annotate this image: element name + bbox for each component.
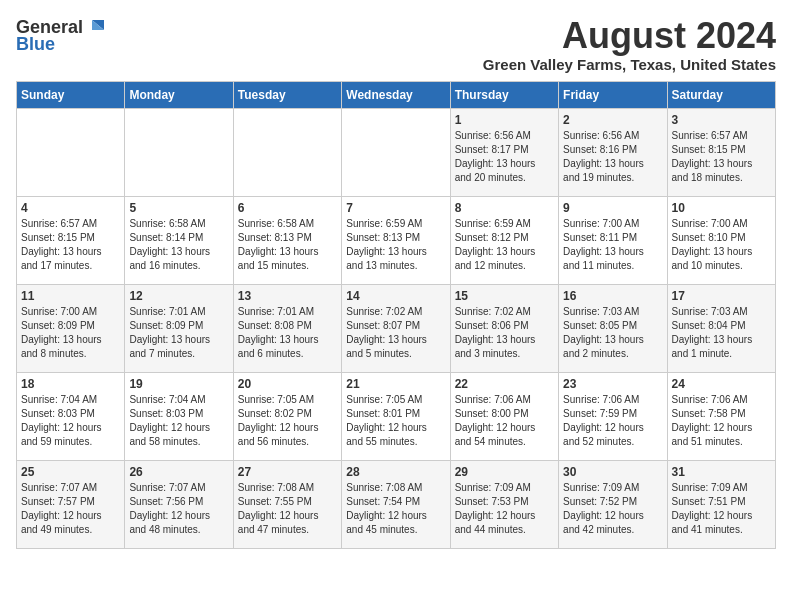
header-day: Saturday	[667, 81, 775, 108]
calendar-cell: 27Sunrise: 7:08 AM Sunset: 7:55 PM Dayli…	[233, 460, 341, 548]
calendar-cell: 28Sunrise: 7:08 AM Sunset: 7:54 PM Dayli…	[342, 460, 450, 548]
day-number: 5	[129, 201, 228, 215]
day-info: Sunrise: 7:05 AM Sunset: 8:02 PM Dayligh…	[238, 393, 337, 449]
calendar-table: SundayMondayTuesdayWednesdayThursdayFrid…	[16, 81, 776, 549]
calendar-body: 1Sunrise: 6:56 AM Sunset: 8:17 PM Daylig…	[17, 108, 776, 548]
calendar-cell: 11Sunrise: 7:00 AM Sunset: 8:09 PM Dayli…	[17, 284, 125, 372]
day-info: Sunrise: 7:05 AM Sunset: 8:01 PM Dayligh…	[346, 393, 445, 449]
day-info: Sunrise: 7:02 AM Sunset: 8:07 PM Dayligh…	[346, 305, 445, 361]
header-day: Sunday	[17, 81, 125, 108]
day-info: Sunrise: 7:08 AM Sunset: 7:55 PM Dayligh…	[238, 481, 337, 537]
calendar-cell: 8Sunrise: 6:59 AM Sunset: 8:12 PM Daylig…	[450, 196, 558, 284]
day-info: Sunrise: 6:58 AM Sunset: 8:14 PM Dayligh…	[129, 217, 228, 273]
header-row: SundayMondayTuesdayWednesdayThursdayFrid…	[17, 81, 776, 108]
calendar-cell: 9Sunrise: 7:00 AM Sunset: 8:11 PM Daylig…	[559, 196, 667, 284]
day-info: Sunrise: 7:01 AM Sunset: 8:08 PM Dayligh…	[238, 305, 337, 361]
day-number: 20	[238, 377, 337, 391]
day-number: 12	[129, 289, 228, 303]
calendar-cell: 6Sunrise: 6:58 AM Sunset: 8:13 PM Daylig…	[233, 196, 341, 284]
day-number: 16	[563, 289, 662, 303]
calendar-cell: 26Sunrise: 7:07 AM Sunset: 7:56 PM Dayli…	[125, 460, 233, 548]
day-number: 8	[455, 201, 554, 215]
calendar-cell: 5Sunrise: 6:58 AM Sunset: 8:14 PM Daylig…	[125, 196, 233, 284]
day-number: 24	[672, 377, 771, 391]
calendar-cell: 3Sunrise: 6:57 AM Sunset: 8:15 PM Daylig…	[667, 108, 775, 196]
calendar-cell: 20Sunrise: 7:05 AM Sunset: 8:02 PM Dayli…	[233, 372, 341, 460]
day-number: 17	[672, 289, 771, 303]
day-number: 3	[672, 113, 771, 127]
calendar-cell: 18Sunrise: 7:04 AM Sunset: 8:03 PM Dayli…	[17, 372, 125, 460]
header-day: Friday	[559, 81, 667, 108]
day-number: 1	[455, 113, 554, 127]
day-number: 4	[21, 201, 120, 215]
logo-icon	[84, 16, 106, 38]
day-number: 18	[21, 377, 120, 391]
calendar-cell: 10Sunrise: 7:00 AM Sunset: 8:10 PM Dayli…	[667, 196, 775, 284]
month-title: August 2024	[483, 16, 776, 56]
logo: General Blue	[16, 16, 107, 55]
day-number: 25	[21, 465, 120, 479]
day-info: Sunrise: 7:00 AM Sunset: 8:11 PM Dayligh…	[563, 217, 662, 273]
day-info: Sunrise: 7:00 AM Sunset: 8:09 PM Dayligh…	[21, 305, 120, 361]
day-info: Sunrise: 7:09 AM Sunset: 7:51 PM Dayligh…	[672, 481, 771, 537]
calendar-week: 25Sunrise: 7:07 AM Sunset: 7:57 PM Dayli…	[17, 460, 776, 548]
day-info: Sunrise: 6:57 AM Sunset: 8:15 PM Dayligh…	[672, 129, 771, 185]
day-number: 7	[346, 201, 445, 215]
calendar-cell: 14Sunrise: 7:02 AM Sunset: 8:07 PM Dayli…	[342, 284, 450, 372]
day-number: 6	[238, 201, 337, 215]
calendar-cell: 29Sunrise: 7:09 AM Sunset: 7:53 PM Dayli…	[450, 460, 558, 548]
day-number: 10	[672, 201, 771, 215]
title-area: August 2024 Green Valley Farms, Texas, U…	[483, 16, 776, 73]
day-info: Sunrise: 7:07 AM Sunset: 7:57 PM Dayligh…	[21, 481, 120, 537]
calendar-week: 4Sunrise: 6:57 AM Sunset: 8:15 PM Daylig…	[17, 196, 776, 284]
day-number: 13	[238, 289, 337, 303]
page-header: General Blue August 2024 Green Valley Fa…	[16, 16, 776, 73]
day-info: Sunrise: 7:09 AM Sunset: 7:53 PM Dayligh…	[455, 481, 554, 537]
day-number: 21	[346, 377, 445, 391]
header-day: Wednesday	[342, 81, 450, 108]
day-number: 9	[563, 201, 662, 215]
header-day: Thursday	[450, 81, 558, 108]
day-info: Sunrise: 7:04 AM Sunset: 8:03 PM Dayligh…	[129, 393, 228, 449]
day-number: 2	[563, 113, 662, 127]
day-number: 29	[455, 465, 554, 479]
calendar-cell: 30Sunrise: 7:09 AM Sunset: 7:52 PM Dayli…	[559, 460, 667, 548]
day-info: Sunrise: 7:07 AM Sunset: 7:56 PM Dayligh…	[129, 481, 228, 537]
calendar-cell	[125, 108, 233, 196]
day-number: 28	[346, 465, 445, 479]
calendar-cell: 21Sunrise: 7:05 AM Sunset: 8:01 PM Dayli…	[342, 372, 450, 460]
day-number: 15	[455, 289, 554, 303]
calendar-cell: 17Sunrise: 7:03 AM Sunset: 8:04 PM Dayli…	[667, 284, 775, 372]
calendar-week: 11Sunrise: 7:00 AM Sunset: 8:09 PM Dayli…	[17, 284, 776, 372]
day-info: Sunrise: 6:59 AM Sunset: 8:12 PM Dayligh…	[455, 217, 554, 273]
day-number: 26	[129, 465, 228, 479]
day-info: Sunrise: 7:00 AM Sunset: 8:10 PM Dayligh…	[672, 217, 771, 273]
calendar-cell: 2Sunrise: 6:56 AM Sunset: 8:16 PM Daylig…	[559, 108, 667, 196]
calendar-cell: 19Sunrise: 7:04 AM Sunset: 8:03 PM Dayli…	[125, 372, 233, 460]
calendar-cell	[17, 108, 125, 196]
day-info: Sunrise: 7:06 AM Sunset: 7:59 PM Dayligh…	[563, 393, 662, 449]
calendar-cell	[233, 108, 341, 196]
calendar-cell: 12Sunrise: 7:01 AM Sunset: 8:09 PM Dayli…	[125, 284, 233, 372]
calendar-week: 1Sunrise: 6:56 AM Sunset: 8:17 PM Daylig…	[17, 108, 776, 196]
day-number: 31	[672, 465, 771, 479]
calendar-cell: 25Sunrise: 7:07 AM Sunset: 7:57 PM Dayli…	[17, 460, 125, 548]
calendar-week: 18Sunrise: 7:04 AM Sunset: 8:03 PM Dayli…	[17, 372, 776, 460]
header-day: Monday	[125, 81, 233, 108]
calendar-cell: 24Sunrise: 7:06 AM Sunset: 7:58 PM Dayli…	[667, 372, 775, 460]
day-info: Sunrise: 7:06 AM Sunset: 7:58 PM Dayligh…	[672, 393, 771, 449]
day-info: Sunrise: 7:01 AM Sunset: 8:09 PM Dayligh…	[129, 305, 228, 361]
location-title: Green Valley Farms, Texas, United States	[483, 56, 776, 73]
day-info: Sunrise: 6:58 AM Sunset: 8:13 PM Dayligh…	[238, 217, 337, 273]
day-info: Sunrise: 7:03 AM Sunset: 8:05 PM Dayligh…	[563, 305, 662, 361]
calendar-header: SundayMondayTuesdayWednesdayThursdayFrid…	[17, 81, 776, 108]
calendar-cell: 16Sunrise: 7:03 AM Sunset: 8:05 PM Dayli…	[559, 284, 667, 372]
day-info: Sunrise: 7:06 AM Sunset: 8:00 PM Dayligh…	[455, 393, 554, 449]
day-info: Sunrise: 7:08 AM Sunset: 7:54 PM Dayligh…	[346, 481, 445, 537]
day-info: Sunrise: 6:57 AM Sunset: 8:15 PM Dayligh…	[21, 217, 120, 273]
day-info: Sunrise: 7:02 AM Sunset: 8:06 PM Dayligh…	[455, 305, 554, 361]
day-info: Sunrise: 6:56 AM Sunset: 8:16 PM Dayligh…	[563, 129, 662, 185]
day-info: Sunrise: 6:56 AM Sunset: 8:17 PM Dayligh…	[455, 129, 554, 185]
calendar-cell: 1Sunrise: 6:56 AM Sunset: 8:17 PM Daylig…	[450, 108, 558, 196]
calendar-cell	[342, 108, 450, 196]
